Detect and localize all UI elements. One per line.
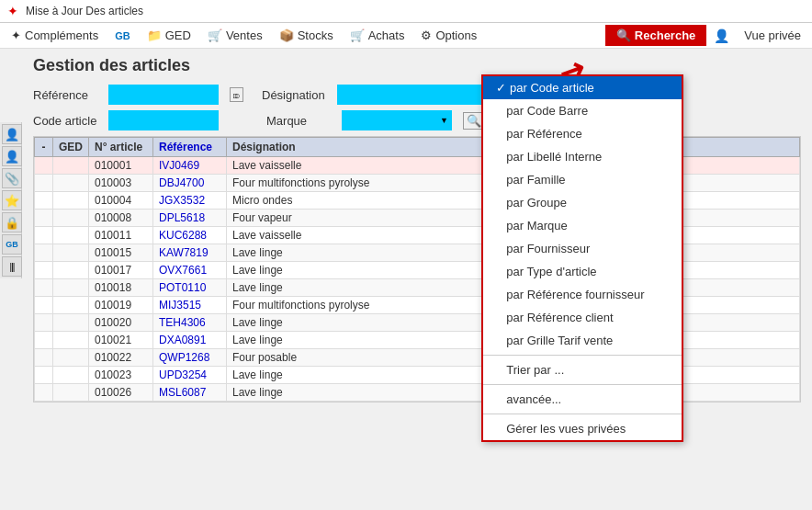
cell-reference: UPD3254 — [153, 367, 227, 384]
cell-reference: JGX3532 — [153, 192, 227, 210]
articles-table: - GED N° article Référence Désignation 0… — [33, 136, 801, 402]
table-row[interactable]: 010022 QWP1268 Four posable — [35, 349, 800, 367]
stocks-icon: 📦 — [279, 28, 294, 42]
table-row[interactable]: 010008 DPL5618 Four vapeur — [35, 210, 800, 227]
cell-article: 010019 — [89, 297, 153, 314]
table-row[interactable]: 010011 KUC6288 Lave vaisselle — [35, 227, 800, 244]
profile-icon: 👤 — [708, 28, 735, 43]
table-row[interactable]: 010015 KAW7819 Lave linge — [35, 244, 800, 262]
menu-gb[interactable]: GB — [107, 27, 138, 45]
cell-minus — [35, 297, 53, 314]
cell-article: 010001 — [89, 157, 153, 175]
clip-icon[interactable]: 📎 — [2, 168, 22, 188]
cell-minus — [35, 244, 53, 262]
cell-ged — [53, 349, 89, 367]
cell-minus — [35, 367, 53, 384]
table-row[interactable]: 010026 MSL6087 Lave linge — [35, 384, 800, 402]
ventes-icon: 🛒 — [208, 28, 222, 42]
table-row[interactable]: 010001 IVJ0469 Lave vaisselle — [35, 157, 800, 175]
gb-icon: GB — [115, 30, 130, 41]
user2-icon[interactable]: 👤 — [2, 146, 22, 166]
cell-article: 010020 — [89, 314, 153, 332]
cell-minus — [35, 227, 53, 244]
menu-bar: ✦ Compléments GB 📁 GED 🛒 Ventes 📦 Stocks… — [0, 23, 812, 49]
dropdown-item-par-reference-client[interactable]: par Référence client — [483, 306, 682, 329]
cell-ged — [53, 279, 89, 297]
dropdown-item-par-fournisseur[interactable]: par Fournisseur — [483, 237, 682, 260]
reference-label: Référence — [33, 88, 97, 102]
barcode-btn[interactable]: ⎄ — [230, 87, 243, 102]
cell-article: 010026 — [89, 384, 153, 402]
user-icon[interactable]: 👤 — [2, 124, 22, 144]
cell-article: 010015 — [89, 244, 153, 262]
vue-privee-menu[interactable]: Vue privée — [737, 25, 808, 46]
dropdown-item-par-reference-fournisseur[interactable]: par Référence fournisseur — [483, 283, 682, 306]
dropdown-item-par-groupe[interactable]: par Groupe — [483, 191, 682, 214]
table-row[interactable]: 010023 UPD3254 Lave linge — [35, 367, 800, 384]
title-bar-icon: ✦ — [7, 4, 18, 18]
cell-ged — [53, 314, 89, 332]
menu-options[interactable]: ⚙ Options — [413, 25, 484, 46]
dropdown-divider — [483, 355, 682, 356]
table-row[interactable]: 010017 OVX7661 Lave linge — [35, 262, 800, 279]
table-row[interactable]: 010020 TEH4306 Lave linge — [35, 314, 800, 332]
table-row[interactable]: 010018 POT0110 Lave linge — [35, 279, 800, 297]
cell-reference: OVX7661 — [153, 262, 227, 279]
search-button[interactable]: 🔍 Recherche — [605, 25, 706, 46]
dropdown-item-par-code-article[interactable]: ✓par Code article — [483, 76, 682, 99]
cell-ged — [53, 210, 89, 227]
cell-ged — [53, 384, 89, 402]
header-article: N° article — [89, 138, 153, 157]
dropdown-item-gerer-vues[interactable]: Gérer les vues privées — [483, 417, 682, 440]
dropdown-item-avancee[interactable]: avancée... — [483, 388, 682, 411]
dropdown-item-par-grille-tarif-vente[interactable]: par Grille Tarif vente — [483, 329, 682, 352]
designation-input[interactable] — [337, 85, 502, 105]
table-row[interactable]: 010019 MIJ3515 Four multifonctions pyrol… — [35, 297, 800, 314]
reference-input[interactable] — [108, 85, 219, 105]
cell-minus — [35, 279, 53, 297]
cell-reference: KUC6288 — [153, 227, 227, 244]
cell-article: 010023 — [89, 367, 153, 384]
lock-icon[interactable]: 🔒 — [2, 212, 22, 232]
search-icon: 🔍 — [616, 28, 631, 42]
dropdown-arrow-icon: ▼ — [440, 116, 450, 125]
menu-stocks[interactable]: 📦 Stocks — [272, 25, 341, 46]
table-row[interactable]: 010003 DBJ4700 Four multifonctions pyrol… — [35, 175, 800, 192]
cell-minus — [35, 210, 53, 227]
dropdown-item-trier-par[interactable]: Trier par ... — [483, 358, 682, 381]
cell-article: 010008 — [89, 210, 153, 227]
table-row[interactable]: 010004 JGX3532 Micro ondes — [35, 192, 800, 210]
cell-ged — [53, 175, 89, 192]
dropdown-item-par-famille[interactable]: par Famille — [483, 168, 682, 191]
table-header-row: - GED N° article Référence Désignation — [35, 138, 800, 157]
dropdown-item-par-marque[interactable]: par Marque — [483, 214, 682, 237]
title-bar-text: Mise à Jour Des articles — [26, 5, 143, 17]
dropdown-item-par-libelle-interne[interactable]: par Libellé Interne — [483, 145, 682, 168]
cell-ged — [53, 332, 89, 349]
menu-complements[interactable]: ✦ Compléments — [4, 25, 106, 46]
header-ged: GED — [53, 138, 89, 157]
cell-reference: POT0110 — [153, 279, 227, 297]
cell-ged — [53, 244, 89, 262]
cell-article: 010017 — [89, 262, 153, 279]
gb2-icon[interactable]: GB — [2, 234, 22, 255]
cell-reference: MIJ3515 — [153, 297, 227, 314]
code-article-input[interactable] — [108, 110, 219, 130]
dropdown-item-par-code-barre[interactable]: par Code Barre — [483, 99, 682, 122]
cell-article: 010021 — [89, 332, 153, 349]
cell-ged — [53, 367, 89, 384]
cell-article: 010003 — [89, 175, 153, 192]
dropdown-item-par-type-article[interactable]: par Type d'article — [483, 260, 682, 283]
menu-achats[interactable]: 🛒 Achats — [343, 25, 412, 46]
checkmark-icon: ✓ — [496, 81, 506, 95]
star-icon[interactable]: ⭐ — [2, 190, 22, 210]
dropdown-item-par-reference[interactable]: par Référence — [483, 122, 682, 145]
cell-ged — [53, 157, 89, 175]
table-row[interactable]: 010021 DXA0891 Lave linge — [35, 332, 800, 349]
marque-select[interactable]: ▼ — [342, 110, 452, 130]
cell-reference: TEH4306 — [153, 314, 227, 332]
menu-ventes[interactable]: 🛒 Ventes — [200, 25, 270, 46]
barcode-icon[interactable]: ||| — [2, 256, 22, 277]
cell-minus — [35, 262, 53, 279]
menu-ged[interactable]: 📁 GED — [140, 25, 198, 46]
